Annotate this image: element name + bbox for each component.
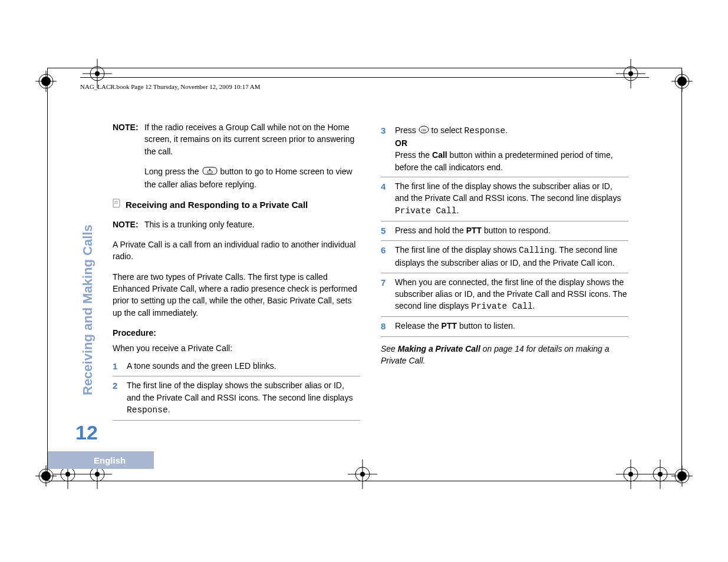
text: Long press the xyxy=(144,167,202,176)
text: . xyxy=(168,405,170,414)
step-row: 5 Press and hold the PTT button to respo… xyxy=(381,222,628,242)
note-label: NOTE: xyxy=(113,121,144,157)
step-number: 3 xyxy=(381,124,395,173)
text: Release the xyxy=(395,321,442,330)
text: button to respond. xyxy=(482,226,551,235)
step-row: 3 Press OK to select Response. OR Press … xyxy=(381,121,628,177)
page-frame: NAG_LACR.book Page 12 Thursday, November… xyxy=(47,68,682,481)
text: Press the xyxy=(395,150,432,160)
step-number: 7 xyxy=(381,276,395,313)
step-body: The first line of the display shows the … xyxy=(127,379,360,416)
page-number: 12 xyxy=(75,421,98,444)
step-row: 6 The first line of the display shows Ca… xyxy=(381,241,628,273)
text: . xyxy=(505,125,508,135)
note-text: This is a trunking only feature. xyxy=(144,219,360,230)
header-rule xyxy=(80,77,649,78)
procedure-heading: Procedure: xyxy=(113,327,360,339)
text: The first line of the display shows the … xyxy=(127,381,353,402)
paragraph: A Private Call is a call from an individ… xyxy=(113,239,360,263)
content-area: NOTE: If the radio receives a Group Call… xyxy=(113,121,658,457)
step-number: 6 xyxy=(381,244,395,269)
step-number: 8 xyxy=(381,320,395,333)
text: . xyxy=(533,301,535,310)
text: Press and hold the xyxy=(395,226,466,235)
note-text: If the radio receives a Group Call while… xyxy=(144,121,360,157)
step-row: 4 The first line of the display shows th… xyxy=(381,177,628,222)
note-block: NOTE: This is a trunking only feature. xyxy=(113,219,360,230)
step-number: 1 xyxy=(113,360,127,373)
step-body: Release the PTT button to listen. xyxy=(395,320,628,333)
step-body: The first line of the display shows Call… xyxy=(395,244,628,269)
left-column: NOTE: If the radio receives a Group Call… xyxy=(113,121,360,421)
mono-text: Private Call xyxy=(471,302,532,311)
step-number: 4 xyxy=(381,180,395,217)
paragraph: When you receive a Private Call: xyxy=(113,342,360,354)
or-label: OR xyxy=(395,137,628,149)
note-block: NOTE: If the radio receives a Group Call… xyxy=(113,121,360,157)
step-body: The first line of the display shows the … xyxy=(395,180,628,217)
step-row: 8 Release the PTT button to listen. xyxy=(381,317,628,337)
step-row: 2 The first line of the display shows th… xyxy=(113,376,360,421)
bold-text: PTT xyxy=(442,321,457,330)
text: The first line of the display shows the … xyxy=(395,181,621,203)
text: button to listen. xyxy=(457,321,515,330)
svg-point-44 xyxy=(209,168,210,170)
header-text: NAG_LACR.book Page 12 Thursday, November… xyxy=(80,83,261,90)
ok-button-icon: OK xyxy=(419,125,429,137)
text: See xyxy=(381,344,398,353)
mono-text: Response xyxy=(127,405,168,415)
step-body: Press and hold the PTT button to respond… xyxy=(395,224,628,237)
paragraph: Long press the button to go to Home scre… xyxy=(144,166,360,190)
mono-text: Response xyxy=(465,126,506,135)
step-row: 7 When you are connected, the first line… xyxy=(381,273,628,318)
note-label: NOTE: xyxy=(113,219,144,230)
step-body: When you are connected, the first line o… xyxy=(395,276,628,313)
bold-italic-text: Making a Private Call xyxy=(398,344,480,353)
text: to select xyxy=(431,125,465,135)
step-body: A tone sounds and the green LED blinks. xyxy=(127,360,360,373)
step-body: Press OK to select Response. OR Press th… xyxy=(395,124,628,173)
mono-text: Calling xyxy=(519,246,555,255)
bold-text: PTT xyxy=(466,226,482,235)
home-button-icon xyxy=(202,166,218,178)
text: Press xyxy=(395,125,419,135)
svg-text:OK: OK xyxy=(421,128,426,132)
heading-text: Receiving and Responding to a Private Ca… xyxy=(126,199,308,211)
step-number: 5 xyxy=(381,224,395,237)
bold-text: Call xyxy=(432,150,447,160)
mono-text: Private Call xyxy=(395,206,456,216)
side-chapter-title: Receiving and Making Calls xyxy=(80,224,95,395)
step-number: 2 xyxy=(113,379,127,416)
book-icon xyxy=(113,199,121,211)
svg-rect-45 xyxy=(207,171,212,173)
text: . xyxy=(456,206,459,215)
paragraph: There are two types of Private Calls. Th… xyxy=(113,271,360,319)
footer-note: See Making a Private Call on page 14 for… xyxy=(381,343,628,367)
text: The first line of the display shows xyxy=(395,245,519,254)
section-heading: Receiving and Responding to a Private Ca… xyxy=(113,199,360,211)
step-row: 1 A tone sounds and the green LED blinks… xyxy=(113,357,360,377)
right-column: 3 Press OK to select Response. OR Press … xyxy=(381,121,628,421)
